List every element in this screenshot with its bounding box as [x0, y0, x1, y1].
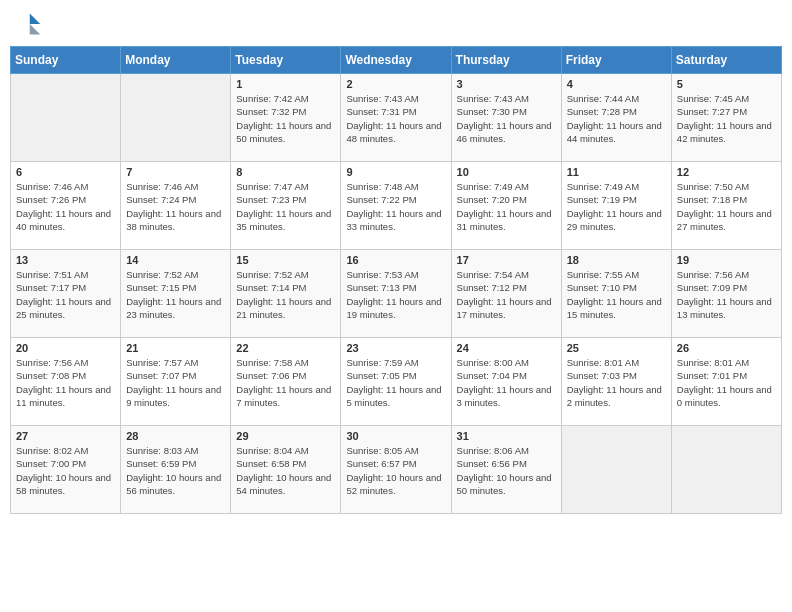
calendar-header: SundayMondayTuesdayWednesdayThursdayFrid…: [11, 47, 782, 74]
day-number: 16: [346, 254, 445, 266]
calendar-table: SundayMondayTuesdayWednesdayThursdayFrid…: [10, 46, 782, 514]
week-row-4: 20Sunrise: 7:56 AMSunset: 7:08 PMDayligh…: [11, 338, 782, 426]
calendar-cell: 25Sunrise: 8:01 AMSunset: 7:03 PMDayligh…: [561, 338, 671, 426]
day-info: Sunrise: 7:48 AMSunset: 7:22 PMDaylight:…: [346, 180, 445, 233]
day-info: Sunrise: 7:54 AMSunset: 7:12 PMDaylight:…: [457, 268, 556, 321]
day-number: 15: [236, 254, 335, 266]
day-info: Sunrise: 7:42 AMSunset: 7:32 PMDaylight:…: [236, 92, 335, 145]
calendar-cell: [11, 74, 121, 162]
calendar-body: 1Sunrise: 7:42 AMSunset: 7:32 PMDaylight…: [11, 74, 782, 514]
day-info: Sunrise: 7:46 AMSunset: 7:24 PMDaylight:…: [126, 180, 225, 233]
calendar-cell: 9Sunrise: 7:48 AMSunset: 7:22 PMDaylight…: [341, 162, 451, 250]
calendar-cell: 23Sunrise: 7:59 AMSunset: 7:05 PMDayligh…: [341, 338, 451, 426]
calendar-cell: 15Sunrise: 7:52 AMSunset: 7:14 PMDayligh…: [231, 250, 341, 338]
day-number: 5: [677, 78, 776, 90]
day-number: 24: [457, 342, 556, 354]
day-info: Sunrise: 7:49 AMSunset: 7:20 PMDaylight:…: [457, 180, 556, 233]
day-info: Sunrise: 7:56 AMSunset: 7:08 PMDaylight:…: [16, 356, 115, 409]
calendar-cell: 11Sunrise: 7:49 AMSunset: 7:19 PMDayligh…: [561, 162, 671, 250]
day-number: 10: [457, 166, 556, 178]
calendar-cell: 21Sunrise: 7:57 AMSunset: 7:07 PMDayligh…: [121, 338, 231, 426]
day-info: Sunrise: 7:46 AMSunset: 7:26 PMDaylight:…: [16, 180, 115, 233]
day-number: 29: [236, 430, 335, 442]
weekday-saturday: Saturday: [671, 47, 781, 74]
day-info: Sunrise: 7:45 AMSunset: 7:27 PMDaylight:…: [677, 92, 776, 145]
calendar-cell: [561, 426, 671, 514]
calendar-cell: 13Sunrise: 7:51 AMSunset: 7:17 PMDayligh…: [11, 250, 121, 338]
day-number: 21: [126, 342, 225, 354]
weekday-monday: Monday: [121, 47, 231, 74]
day-number: 9: [346, 166, 445, 178]
logo-icon: [14, 10, 42, 38]
calendar-cell: 2Sunrise: 7:43 AMSunset: 7:31 PMDaylight…: [341, 74, 451, 162]
day-number: 8: [236, 166, 335, 178]
day-number: 2: [346, 78, 445, 90]
day-info: Sunrise: 7:49 AMSunset: 7:19 PMDaylight:…: [567, 180, 666, 233]
day-number: 11: [567, 166, 666, 178]
day-number: 27: [16, 430, 115, 442]
weekday-wednesday: Wednesday: [341, 47, 451, 74]
day-info: Sunrise: 7:55 AMSunset: 7:10 PMDaylight:…: [567, 268, 666, 321]
week-row-1: 1Sunrise: 7:42 AMSunset: 7:32 PMDaylight…: [11, 74, 782, 162]
day-number: 26: [677, 342, 776, 354]
calendar-cell: 6Sunrise: 7:46 AMSunset: 7:26 PMDaylight…: [11, 162, 121, 250]
day-info: Sunrise: 7:56 AMSunset: 7:09 PMDaylight:…: [677, 268, 776, 321]
day-info: Sunrise: 8:00 AMSunset: 7:04 PMDaylight:…: [457, 356, 556, 409]
day-info: Sunrise: 7:57 AMSunset: 7:07 PMDaylight:…: [126, 356, 225, 409]
day-number: 20: [16, 342, 115, 354]
day-number: 28: [126, 430, 225, 442]
calendar-cell: 27Sunrise: 8:02 AMSunset: 7:00 PMDayligh…: [11, 426, 121, 514]
calendar-cell: 26Sunrise: 8:01 AMSunset: 7:01 PMDayligh…: [671, 338, 781, 426]
calendar-cell: 1Sunrise: 7:42 AMSunset: 7:32 PMDaylight…: [231, 74, 341, 162]
day-number: 4: [567, 78, 666, 90]
day-number: 18: [567, 254, 666, 266]
calendar-cell: 31Sunrise: 8:06 AMSunset: 6:56 PMDayligh…: [451, 426, 561, 514]
day-number: 13: [16, 254, 115, 266]
weekday-thursday: Thursday: [451, 47, 561, 74]
calendar-cell: 14Sunrise: 7:52 AMSunset: 7:15 PMDayligh…: [121, 250, 231, 338]
day-number: 19: [677, 254, 776, 266]
day-info: Sunrise: 8:01 AMSunset: 7:01 PMDaylight:…: [677, 356, 776, 409]
day-info: Sunrise: 8:01 AMSunset: 7:03 PMDaylight:…: [567, 356, 666, 409]
weekday-friday: Friday: [561, 47, 671, 74]
day-number: 6: [16, 166, 115, 178]
calendar-cell: 19Sunrise: 7:56 AMSunset: 7:09 PMDayligh…: [671, 250, 781, 338]
day-info: Sunrise: 8:05 AMSunset: 6:57 PMDaylight:…: [346, 444, 445, 497]
day-number: 17: [457, 254, 556, 266]
day-number: 14: [126, 254, 225, 266]
calendar-cell: 8Sunrise: 7:47 AMSunset: 7:23 PMDaylight…: [231, 162, 341, 250]
weekday-tuesday: Tuesday: [231, 47, 341, 74]
calendar-cell: 20Sunrise: 7:56 AMSunset: 7:08 PMDayligh…: [11, 338, 121, 426]
day-info: Sunrise: 7:52 AMSunset: 7:14 PMDaylight:…: [236, 268, 335, 321]
day-info: Sunrise: 7:58 AMSunset: 7:06 PMDaylight:…: [236, 356, 335, 409]
week-row-3: 13Sunrise: 7:51 AMSunset: 7:17 PMDayligh…: [11, 250, 782, 338]
calendar-cell: 30Sunrise: 8:05 AMSunset: 6:57 PMDayligh…: [341, 426, 451, 514]
day-info: Sunrise: 8:03 AMSunset: 6:59 PMDaylight:…: [126, 444, 225, 497]
day-info: Sunrise: 7:43 AMSunset: 7:30 PMDaylight:…: [457, 92, 556, 145]
day-number: 12: [677, 166, 776, 178]
day-number: 7: [126, 166, 225, 178]
calendar-cell: [671, 426, 781, 514]
day-info: Sunrise: 7:52 AMSunset: 7:15 PMDaylight:…: [126, 268, 225, 321]
week-row-2: 6Sunrise: 7:46 AMSunset: 7:26 PMDaylight…: [11, 162, 782, 250]
day-info: Sunrise: 8:04 AMSunset: 6:58 PMDaylight:…: [236, 444, 335, 497]
day-info: Sunrise: 7:59 AMSunset: 7:05 PMDaylight:…: [346, 356, 445, 409]
calendar-cell: 5Sunrise: 7:45 AMSunset: 7:27 PMDaylight…: [671, 74, 781, 162]
logo: [14, 10, 46, 38]
day-info: Sunrise: 7:44 AMSunset: 7:28 PMDaylight:…: [567, 92, 666, 145]
calendar-cell: 29Sunrise: 8:04 AMSunset: 6:58 PMDayligh…: [231, 426, 341, 514]
weekday-sunday: Sunday: [11, 47, 121, 74]
calendar-cell: 17Sunrise: 7:54 AMSunset: 7:12 PMDayligh…: [451, 250, 561, 338]
day-info: Sunrise: 7:51 AMSunset: 7:17 PMDaylight:…: [16, 268, 115, 321]
day-number: 25: [567, 342, 666, 354]
day-number: 1: [236, 78, 335, 90]
day-info: Sunrise: 8:02 AMSunset: 7:00 PMDaylight:…: [16, 444, 115, 497]
calendar-cell: 22Sunrise: 7:58 AMSunset: 7:06 PMDayligh…: [231, 338, 341, 426]
day-info: Sunrise: 8:06 AMSunset: 6:56 PMDaylight:…: [457, 444, 556, 497]
day-number: 3: [457, 78, 556, 90]
day-info: Sunrise: 7:43 AMSunset: 7:31 PMDaylight:…: [346, 92, 445, 145]
page-header: [10, 10, 782, 38]
calendar-cell: 28Sunrise: 8:03 AMSunset: 6:59 PMDayligh…: [121, 426, 231, 514]
week-row-5: 27Sunrise: 8:02 AMSunset: 7:00 PMDayligh…: [11, 426, 782, 514]
day-number: 30: [346, 430, 445, 442]
